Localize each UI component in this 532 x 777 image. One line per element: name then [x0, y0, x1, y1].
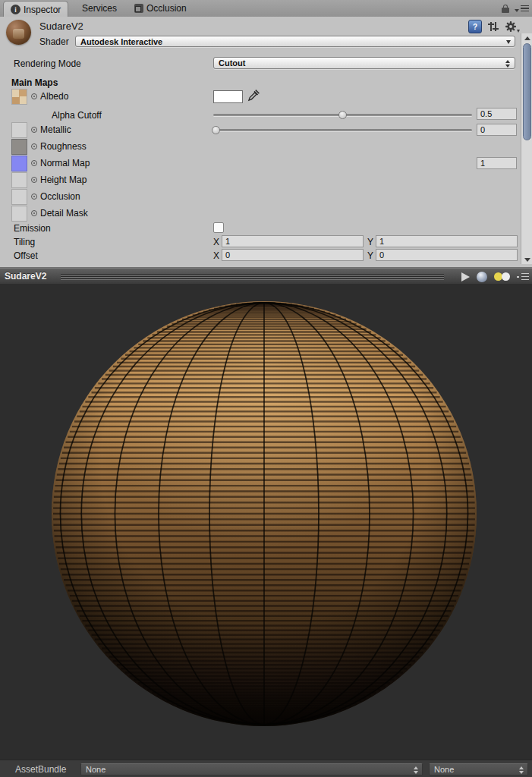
material-title: SudareV2 [39, 20, 83, 32]
scrollbar-thumb[interactable] [523, 43, 531, 140]
height-map-texture-thumbnail[interactable] [11, 172, 27, 188]
eyedropper-icon[interactable] [247, 89, 260, 104]
material-properties: Rendering Mode Cutout Main Maps Albedo [0, 52, 532, 266]
help-icon[interactable]: ? [468, 20, 482, 33]
roughness-label: Roughness [40, 141, 87, 152]
occlusion-texture-thumbnail[interactable] [11, 189, 27, 205]
preview-sphere [52, 301, 477, 726]
tiling-y-field[interactable]: 1 [376, 235, 518, 247]
shader-label: Shader [39, 36, 69, 47]
albedo-label: Albedo [40, 91, 68, 102]
texture-picker-icon[interactable] [31, 143, 37, 149]
gear-icon[interactable] [505, 20, 518, 33]
height-map-label: Height Map [40, 175, 87, 185]
emission-label: Emission [14, 223, 51, 234]
offset-x-field[interactable]: 0 [222, 249, 364, 261]
material-header: SudareV2 ? Shader Autod [0, 17, 532, 52]
preview-drag-handle[interactable] [61, 274, 444, 280]
metallic-texture-thumbnail[interactable] [11, 122, 27, 138]
assetbundle-dropdown[interactable]: None [80, 763, 423, 775]
tiling-label: Tiling [14, 237, 35, 247]
tab-bar: i Inspector Services Occlusion [0, 0, 532, 17]
alpha-cutoff-slider[interactable] [213, 114, 472, 116]
rendering-mode-label: Rendering Mode [14, 58, 81, 69]
main-maps-label: Main Maps [11, 77, 58, 88]
popup-arrows-icon [414, 766, 419, 774]
tiling-x-field[interactable]: 1 [222, 235, 364, 247]
tab-services-label: Services [82, 3, 117, 14]
preview-title: SudareV2 [5, 271, 46, 282]
assetbundle-variant-dropdown[interactable]: None [429, 763, 528, 775]
occlusion-icon [134, 4, 143, 13]
scroll-up-icon[interactable] [521, 33, 532, 42]
detail-mask-texture-thumbnail[interactable] [11, 206, 27, 222]
popup-arrows-icon [505, 60, 511, 68]
tab-occlusion[interactable]: Occlusion [127, 0, 194, 17]
texture-picker-icon[interactable] [31, 210, 37, 216]
tab-inspector-label: Inspector [24, 5, 61, 15]
tiling-x-label: X [213, 237, 219, 247]
metallic-slider-knob[interactable] [212, 126, 220, 134]
shader-dropdown[interactable]: Autodesk Interactive [75, 36, 515, 47]
metallic-slider[interactable] [213, 129, 472, 131]
alpha-cutoff-field[interactable]: 0.5 [477, 108, 517, 120]
shader-dropdown-value: Autodesk Interactive [80, 37, 162, 46]
detail-mask-label: Detail Mask [40, 208, 88, 219]
window-menu-icon[interactable] [515, 2, 529, 15]
rendering-mode-dropdown[interactable]: Cutout [213, 57, 515, 69]
chevron-down-icon [506, 40, 511, 44]
normal-map-texture-thumbnail[interactable] [11, 156, 27, 171]
texture-picker-icon[interactable] [31, 127, 37, 133]
unity-inspector-window: i Inspector Services Occlusion SudareV2 … [0, 0, 532, 777]
assetbundle-variant-value: None [434, 765, 454, 774]
alpha-cutoff-slider-knob[interactable] [338, 111, 347, 119]
albedo-texture-thumbnail[interactable] [11, 89, 27, 105]
tab-inspector[interactable]: i Inspector [3, 1, 68, 17]
offset-y-label: Y [367, 250, 373, 261]
offset-y-field[interactable]: 0 [376, 249, 518, 261]
texture-picker-icon[interactable] [31, 160, 37, 166]
tab-occlusion-label: Occlusion [146, 3, 187, 14]
texture-picker-icon[interactable] [31, 93, 37, 99]
material-preview-area[interactable] [0, 284, 532, 760]
assetbundle-label: AssetBundle [15, 764, 66, 775]
play-icon[interactable] [461, 272, 470, 282]
preview-shape-icon[interactable] [477, 272, 487, 282]
texture-picker-icon[interactable] [31, 193, 37, 200]
roughness-texture-thumbnail[interactable] [11, 139, 27, 155]
normal-map-label: Normal Map [40, 158, 90, 168]
preview-menu-icon[interactable] [517, 273, 529, 281]
assetbundle-bar: AssetBundle None None [0, 760, 532, 777]
material-preview-icon [6, 20, 31, 45]
albedo-color-swatch[interactable] [213, 90, 243, 103]
texture-picker-icon[interactable] [31, 177, 37, 183]
assetbundle-value: None [86, 765, 105, 774]
inspector-scrollbar[interactable] [521, 33, 532, 264]
occlusion-label: Occlusion [40, 191, 80, 202]
alpha-cutoff-label: Alpha Cutoff [52, 110, 102, 121]
preview-header[interactable]: SudareV2 [0, 268, 532, 285]
lock-icon[interactable] [502, 5, 509, 13]
emission-checkbox[interactable] [213, 222, 224, 233]
offset-label: Offset [14, 250, 38, 261]
popup-arrows-icon [519, 766, 524, 774]
normal-scale-field[interactable]: 1 [477, 157, 517, 169]
rendering-mode-value: Cutout [219, 58, 245, 68]
metallic-field[interactable]: 0 [477, 124, 517, 136]
tab-services[interactable]: Services [75, 0, 124, 17]
metallic-label: Metallic [40, 124, 71, 135]
presets-icon[interactable] [488, 21, 499, 32]
info-icon: i [11, 5, 20, 14]
offset-x-label: X [213, 250, 219, 261]
preview-lighting-icon[interactable] [494, 272, 510, 282]
tiling-y-label: Y [367, 237, 373, 247]
scroll-down-icon[interactable] [521, 255, 532, 264]
